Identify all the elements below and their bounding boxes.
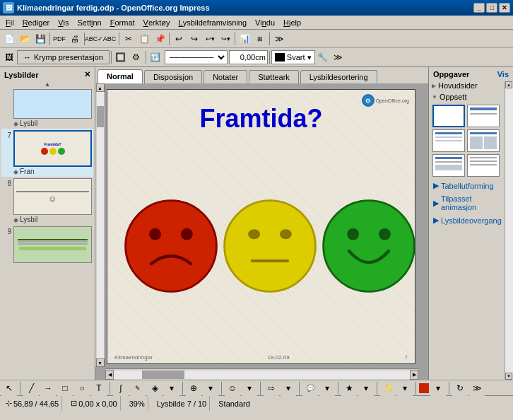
star-dropdown[interactable]: ▾ — [358, 380, 374, 396]
connector-dropdown[interactable]: ▾ — [203, 380, 218, 396]
slide-editing-area[interactable]: ▲ ▼ ◀ ▶ O — [95, 83, 428, 380]
chart-button[interactable]: 📊 — [237, 31, 252, 47]
redo2-button[interactable]: ↪▾ — [218, 31, 233, 47]
scroll-left-btn[interactable]: ◀ — [105, 370, 114, 380]
slides-list[interactable]: ▲ ◆ — [1, 81, 93, 378]
color-chevron[interactable]: ▾ — [307, 53, 312, 62]
save-button[interactable]: 💾 — [33, 31, 48, 47]
smiley-btn[interactable]: ☺ — [225, 380, 240, 396]
fill-btn[interactable]: ▾ — [430, 380, 446, 396]
undo2-button[interactable]: ↩▾ — [202, 31, 218, 47]
tb2-btn5[interactable]: 🔧 — [315, 49, 331, 65]
main-slide[interactable]: O OpenOffice.org Framtida? — [107, 89, 415, 364]
arrow-shapes-dropdown[interactable]: ▾ — [281, 380, 296, 396]
rect-tool[interactable]: □ — [57, 380, 73, 396]
right-panel-scrollbar[interactable]: ▲ ▼ — [505, 81, 513, 380]
h-scroll-track[interactable] — [114, 371, 410, 379]
rotate-btn[interactable]: ↻ — [452, 380, 468, 396]
table-button[interactable]: ⊞ — [252, 31, 268, 47]
tab-lysbildesortering[interactable]: Lysbildesortering — [300, 70, 377, 83]
slide-thumbnail[interactable] — [13, 226, 92, 263]
scroll-up-arrow[interactable]: ▲ — [1, 81, 93, 88]
tb2-btn4[interactable]: 🔃 — [148, 49, 163, 65]
slide-thumbnail[interactable] — [13, 89, 92, 119]
freeform-tool[interactable]: ✎ — [130, 380, 146, 396]
layout-blank[interactable] — [432, 105, 465, 127]
color-dropdown[interactable]: Svart ▾ — [271, 50, 315, 64]
tb2-btn2[interactable]: 🔲 — [113, 49, 129, 65]
shrink-button[interactable]: ↔ Krymp presentasjon — [17, 50, 110, 64]
line-style-dropdown[interactable]: ──────── — [165, 50, 228, 64]
line-tool[interactable]: ╱ — [23, 380, 39, 396]
menu-sett-inn[interactable]: Sett inn — [73, 16, 105, 29]
open-button[interactable]: 📂 — [17, 31, 33, 47]
undo-button[interactable]: ↩ — [171, 31, 187, 47]
list-item[interactable]: ◆ Lysbil — [1, 88, 93, 129]
v-scroll-track[interactable] — [97, 92, 104, 358]
link-lysbildeovergang[interactable]: ▶ Lysbildeovergang — [430, 214, 502, 227]
menu-fil[interactable]: Fil — [1, 16, 18, 29]
link-tabellutforming[interactable]: ▶ Tabellutforming — [430, 179, 502, 192]
size-input[interactable]: 0,00cm — [229, 50, 268, 64]
menu-rediger[interactable]: Rediger — [18, 16, 54, 29]
menu-format[interactable]: Format — [106, 16, 139, 29]
menu-hjelp[interactable]: Hjelp — [279, 16, 305, 29]
new-button[interactable]: 📄 — [1, 31, 17, 47]
layout-content[interactable] — [432, 129, 465, 152]
copy-button[interactable]: 📋 — [136, 31, 152, 47]
arrow-shapes-btn[interactable]: ⇨ — [264, 380, 279, 396]
menu-lysbildeframvisning[interactable]: Lysbildeframvisning — [175, 16, 252, 29]
paste-button[interactable]: 📌 — [152, 31, 167, 47]
v-scrollbar[interactable]: ▲ ▼ — [95, 83, 105, 367]
layout-title-content[interactable] — [432, 154, 465, 177]
right-scroll-up[interactable]: ▲ — [505, 81, 512, 88]
list-item[interactable]: 9 — [1, 225, 93, 265]
connector-tool[interactable]: ⊕ — [186, 380, 201, 396]
smiley-dropdown[interactable]: ▾ — [242, 380, 257, 396]
scroll-down-btn[interactable]: ▼ — [96, 358, 105, 367]
h-scroll-thumb[interactable] — [142, 371, 184, 379]
tb2-icon1[interactable]: 🖼 — [1, 49, 17, 65]
minimize-button[interactable]: _ — [473, 3, 485, 13]
tb2-btn3[interactable]: ⚙ — [129, 49, 144, 65]
menu-verktoy[interactable]: Verktøy — [139, 16, 175, 29]
shapes-btn[interactable]: ◈ — [147, 380, 163, 396]
callout-dropdown[interactable]: ▾ — [319, 380, 335, 396]
arrow-tool[interactable]: → — [40, 380, 56, 396]
effects-btn[interactable]: ✨ — [380, 380, 396, 396]
tab-normal[interactable]: Normal — [98, 69, 143, 83]
tb2-more[interactable]: ≫ — [331, 49, 346, 65]
link-tilpasset-animasjon[interactable]: ▶ Tilpasset animasjon — [430, 192, 502, 214]
v-scroll-thumb[interactable] — [97, 106, 104, 127]
spellcheck-button[interactable]: ABC✓ — [86, 31, 102, 47]
curve-tool[interactable]: ∫ — [113, 380, 129, 396]
slide-thumbnail[interactable]: Framtida? — [13, 130, 92, 167]
text-tool[interactable]: T — [91, 380, 107, 396]
more-draw-btn[interactable]: ≫ — [469, 380, 485, 396]
menu-vindu[interactable]: Vindu — [251, 16, 279, 29]
close-button[interactable]: ✕ — [499, 3, 510, 13]
redo-button[interactable]: ↪ — [187, 31, 202, 47]
pdf-button[interactable]: PDF — [52, 31, 67, 47]
callout-btn[interactable]: 💬 — [302, 380, 318, 396]
menu-vis[interactable]: Vis — [54, 16, 73, 29]
layout-title[interactable] — [467, 105, 500, 127]
select-tool[interactable]: ↖ — [1, 380, 17, 396]
section-hovudsider[interactable]: ▶ Hovudsider — [430, 80, 502, 91]
right-scroll-down[interactable]: ▼ — [505, 373, 512, 380]
section-oppsett[interactable]: ▼ Oppsett — [430, 91, 502, 103]
slide-thumbnail[interactable]: ☺ — [13, 178, 92, 215]
vis-label[interactable]: Vis — [497, 70, 509, 78]
print-button[interactable]: 🖨 — [67, 31, 83, 47]
tab-notater[interactable]: Notater — [204, 70, 247, 83]
list-item[interactable]: 8 ☺ ◆ Lysbil — [1, 177, 93, 225]
more-button[interactable]: ≫ — [271, 31, 287, 47]
tab-stotteark[interactable]: Støtteark — [249, 70, 299, 83]
autocorrect-button[interactable]: ABC — [102, 31, 117, 47]
slides-panel-close[interactable]: ✕ — [84, 70, 90, 79]
effects-dropdown[interactable]: ▾ — [397, 380, 413, 396]
h-scrollbar[interactable]: ◀ ▶ — [105, 368, 418, 380]
list-item[interactable]: 7 Framtida? ◆ — [1, 129, 93, 177]
layout-text-only[interactable] — [467, 154, 500, 177]
scroll-right-btn[interactable]: ▶ — [410, 370, 418, 380]
